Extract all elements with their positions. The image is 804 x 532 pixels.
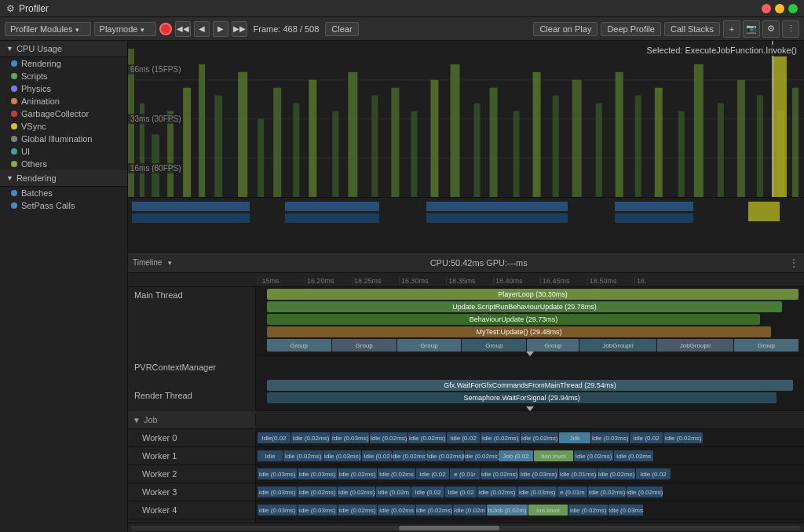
legend-setpass[interactable]: SetPass Calls <box>0 199 127 212</box>
record-button[interactable] <box>159 23 172 35</box>
idle-bar[interactable]: Idle (0.03ms) <box>258 468 297 479</box>
call-stacks-button[interactable]: Call Stacks <box>664 22 720 36</box>
horizontal-scrollbar[interactable] <box>128 523 804 532</box>
idle-bar[interactable]: Idle (0.02ms) <box>588 486 626 497</box>
idle-bar[interactable]: Idle (0.02ms) <box>574 450 613 461</box>
idle-bar[interactable]: Idle (0.02 <box>362 450 392 461</box>
gfx-wait-bar[interactable]: Gfx.WaitForGfxCommandsFromMainThread (29… <box>267 380 793 391</box>
idle-bar[interactable]: Idle (0.02ms) <box>416 505 452 516</box>
profiler-modules-dropdown[interactable]: Profiler Modules ▾ <box>5 22 91 36</box>
legend-vsync[interactable]: VSync <box>0 120 127 133</box>
idle-bar[interactable]: Idle (0.02 <box>630 432 663 443</box>
group-bar-4[interactable]: Group <box>462 339 526 352</box>
idle-bar[interactable]: e (0.01m <box>557 486 587 497</box>
job-collapse-icon[interactable]: ▼ <box>133 416 141 425</box>
deep-profile-button[interactable]: Deep Profile <box>601 22 661 36</box>
close-button[interactable] <box>762 4 771 13</box>
scrollbar-thumb[interactable] <box>399 526 499 530</box>
more-options-button[interactable]: ⋮ <box>782 20 799 38</box>
update-script-bar[interactable]: Update.ScriptRunBehaviourUpdate (29.78ms… <box>267 301 782 312</box>
idle-bar[interactable]: Idle (0.02ms) <box>338 505 377 516</box>
job-bar[interactable]: IsJob (0.02m) <box>487 505 528 516</box>
idle-bar[interactable]: Idle (0.02ms) <box>426 450 464 461</box>
idle-bar[interactable]: Idle (0.02ms) <box>338 486 375 497</box>
semaphore-bar[interactable]: Semaphore.WaitForSignal (29.94ms) <box>267 392 777 403</box>
clear-button[interactable]: Clear <box>325 22 358 36</box>
idle-bar[interactable]: Idle (0.02ms) <box>291 432 331 443</box>
idle-bar[interactable]: Idle (0.02ms) <box>393 450 426 461</box>
idle-bar[interactable]: Idle (0.02ms) <box>521 432 558 443</box>
clear-on-play-button[interactable]: Clear on Play <box>533 22 598 36</box>
idle-bar[interactable]: Idle (0.02ms) <box>663 432 703 443</box>
jobgroup-bar-2[interactable]: JobGroupII <box>657 339 733 352</box>
legend-scripts[interactable]: Scripts <box>0 70 127 82</box>
prev-frame-button[interactable]: ◀◀ <box>175 21 191 37</box>
idle-bar[interactable]: Idle (0.02 <box>447 432 480 443</box>
screenshot-icon-button[interactable]: 📷 <box>743 20 760 38</box>
player-loop-bar[interactable]: PlayerLoop (30.30ms) <box>267 289 799 300</box>
idle-bar[interactable]: Idle (0.02 <box>411 486 444 497</box>
cpu-usage-header[interactable]: ▼ CPU Usage <box>0 41 127 57</box>
legend-batches[interactable]: Batches <box>0 187 127 199</box>
legend-rendering[interactable]: Rendering <box>0 57 127 70</box>
maximize-button[interactable] <box>788 4 798 13</box>
idle-bar[interactable]: Idle (0.02ms) <box>568 505 608 516</box>
execute-bar[interactable]: tion.invol <box>534 450 573 461</box>
idle-bar[interactable]: Idle (0.03ms) <box>298 468 337 479</box>
group-bar-6[interactable]: Group <box>734 339 799 352</box>
step-back-button[interactable]: ◀ <box>194 21 210 37</box>
group-bar-2[interactable]: Group <box>332 339 397 352</box>
timeline-options-button[interactable]: ⋮ <box>788 257 799 269</box>
idle-bar[interactable]: Idle (0.03ms <box>608 505 643 516</box>
idle-bar[interactable]: Idle (0.02ms) <box>298 486 337 497</box>
idle-bar[interactable]: Idle (0.02ms) <box>598 468 635 479</box>
next-frame-button[interactable]: ▶▶ <box>232 21 247 37</box>
add-icon-button[interactable]: + <box>723 20 740 38</box>
idle-bar[interactable]: Idle (0.02ms) <box>481 432 520 443</box>
step-forward-button[interactable]: ▶ <box>213 21 228 37</box>
idle-bar[interactable]: Idle (0.03ms) <box>298 505 337 516</box>
idle-bar[interactable]: Idle (0.02ms <box>378 468 415 479</box>
rendering-header[interactable]: ▼ Rendering <box>0 170 127 187</box>
idle-bar[interactable]: Idle (0.02ms) <box>283 450 323 461</box>
idle-bar[interactable]: Idle (0.02ms) <box>408 432 446 443</box>
idle-bar[interactable]: Idle <box>258 450 283 461</box>
idle-bar[interactable]: Idle(0.02 <box>258 432 291 443</box>
group-bar-1[interactable]: Group <box>267 339 331 352</box>
idle-bar[interactable]: Idle (0.03ms) <box>323 450 361 461</box>
idle-bar[interactable]: Idle (0.03ms) <box>517 486 557 497</box>
settings-icon-button[interactable]: ⚙ <box>762 20 780 38</box>
behaviour-update-bar[interactable]: BehaviourUpdate (29.73ms) <box>267 314 760 325</box>
legend-animation[interactable]: Animation <box>0 95 127 107</box>
timeline-label[interactable]: Timeline <box>133 258 162 267</box>
idle-bar[interactable]: Idle (0.02ms) <box>338 468 377 479</box>
idle-bar[interactable]: Idle (0.02ms) <box>477 486 517 497</box>
legend-gc[interactable]: GarbageCollector <box>0 107 127 120</box>
idle-bar[interactable]: Idle (0.03ms) <box>519 468 558 479</box>
idle-bar[interactable]: Idle (0.02ms) <box>370 432 407 443</box>
group-bar-3[interactable]: Group <box>397 339 462 352</box>
legend-physics[interactable]: Physics <box>0 82 127 95</box>
idle-bar[interactable]: Idle (0.01ms) <box>559 468 597 479</box>
idle-bar[interactable]: Idle (0.02m <box>376 486 411 497</box>
legend-gi[interactable]: Global Illumination <box>0 133 127 145</box>
idle-bar[interactable]: Idle (0.02m <box>453 505 486 516</box>
minimize-button[interactable] <box>775 4 784 13</box>
idle-bar[interactable]: Idle (0.02 <box>416 468 449 479</box>
idle-bar[interactable]: Idle (0.02ms) <box>465 450 498 461</box>
idle-bar[interactable]: Idle (0.02 <box>445 486 477 497</box>
group-bar-5[interactable]: Group <box>527 339 579 352</box>
idle-bar[interactable]: Idle (0.03ms) <box>258 486 297 497</box>
idle-bar[interactable]: Idle (0.03ms) <box>331 432 369 443</box>
idle-bar[interactable]: Idle (0.02ms) <box>481 468 518 479</box>
idle-bar[interactable]: Idle (0.03ms) <box>591 432 629 443</box>
idle-bar[interactable]: Idle (0.02ms <box>614 450 653 461</box>
execute-bar[interactable]: ion.invol <box>528 505 568 516</box>
jobgroup-bar-1[interactable]: JobGroupII <box>579 339 656 352</box>
idle-bar[interactable]: e (0.01r <box>450 468 480 479</box>
idle-bar[interactable]: Idle (0.02ms) <box>627 486 663 497</box>
legend-ui[interactable]: UI <box>0 145 127 158</box>
job-bar[interactable]: Job <box>559 432 590 443</box>
idle-bar[interactable]: Idle (0.02 <box>636 468 671 479</box>
idle-bar[interactable]: Idle (0.03ms) <box>258 505 297 516</box>
